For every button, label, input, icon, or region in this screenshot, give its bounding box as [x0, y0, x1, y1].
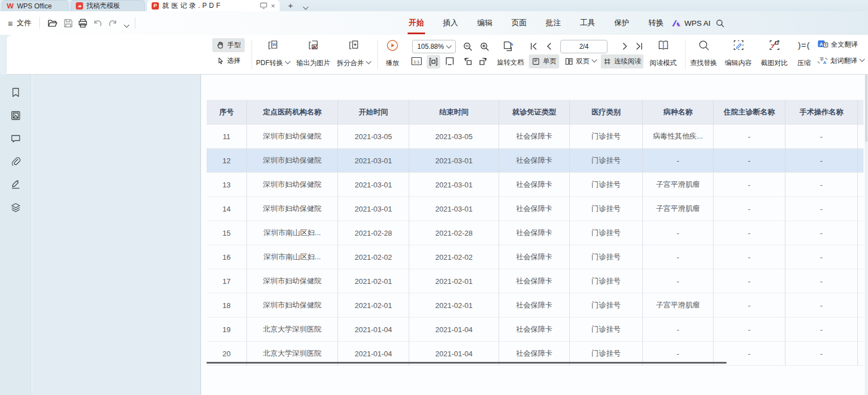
table-row[interactable]: 14深圳市妇幼保健院2021-03-012021-03-01社会保障卡门诊挂号子…: [207, 197, 864, 221]
new-tab-button[interactable]: +: [288, 1, 293, 10]
table-cell: -: [643, 269, 714, 293]
redo-icon[interactable]: [107, 18, 118, 29]
page-number-box[interactable]: 2/4: [560, 40, 607, 53]
rotate-pages-icon[interactable]: [502, 40, 515, 53]
table-cell: 15: [207, 221, 247, 245]
menu-item-7[interactable]: 转换: [647, 16, 665, 30]
divider: [377, 40, 378, 69]
menu-item-1[interactable]: 插入: [442, 16, 459, 30]
bookmarks-icon[interactable]: [10, 87, 21, 98]
zoom-out-icon[interactable]: [463, 42, 473, 52]
table-header-cell: 病种名称: [643, 100, 714, 124]
table-filler-cell: [858, 100, 864, 124]
menu-item-5[interactable]: 工具: [579, 16, 596, 30]
table-row[interactable]: 11深圳市妇幼保健院2021-03-052021-03-05社会保障卡门诊挂号病…: [207, 125, 864, 149]
first-page-icon[interactable]: [529, 42, 538, 51]
menu-item-4[interactable]: 批注: [545, 16, 562, 30]
continuous-read-button[interactable]: 连续阅读: [601, 54, 643, 68]
monitor-icon[interactable]: [260, 2, 267, 9]
menu-item-3[interactable]: 页面: [510, 16, 528, 30]
tab-wps-office[interactable]: W WPS Office: [2, 0, 68, 11]
table-cell: -: [785, 269, 858, 293]
undo-icon[interactable]: [93, 18, 103, 29]
zoom-in-icon[interactable]: [479, 42, 490, 52]
table-cell: 2021-02-28: [409, 221, 499, 245]
table-cell: 社会保障卡: [499, 173, 570, 196]
table-cell: 深圳市妇幼保健院: [247, 197, 338, 221]
menu-search-icon[interactable]: [715, 19, 725, 28]
edit-content-button[interactable]: 编辑内容: [722, 37, 755, 71]
hand-tool-button[interactable]: 手型: [212, 38, 245, 52]
tab-docer-template[interactable]: 找稿壳模板: [71, 0, 145, 11]
full-translate-button[interactable]: A 文 全文翻译: [817, 39, 858, 50]
table-row[interactable]: 18深圳市妇幼保健院2021-02-012021-02-01社会保障卡门诊挂号子…: [207, 293, 864, 318]
screenshot-compare-icon: [769, 39, 780, 51]
wps-ai-button[interactable]: WPS AI: [671, 11, 711, 35]
layers-icon[interactable]: [10, 202, 21, 213]
thumbnails-icon[interactable]: [10, 110, 21, 121]
rotate-doc-label[interactable]: 旋转文档: [493, 58, 528, 67]
table-cell: -: [714, 149, 785, 172]
last-page-icon[interactable]: [634, 42, 644, 51]
screenshot-compare-button[interactable]: 截图对比: [758, 37, 791, 71]
find-replace-button[interactable]: 查找替换: [687, 37, 720, 71]
menu-item-0[interactable]: 开始: [408, 16, 425, 30]
table-cell: -: [643, 245, 714, 269]
play-button[interactable]: 播放: [380, 37, 405, 71]
table-cell: -: [714, 318, 785, 341]
rotate-left-icon[interactable]: [463, 56, 473, 66]
table-cell: -: [785, 293, 858, 317]
svg-text:W: W: [272, 43, 276, 47]
table-cell: 11: [207, 125, 247, 148]
zoom-level-dropdown[interactable]: 105.88%: [412, 40, 456, 53]
table-cell: -: [785, 221, 858, 245]
hamburger-icon: ≡: [8, 19, 13, 28]
actual-size-icon[interactable]: 1:1: [411, 56, 422, 66]
table-filler-cell: [858, 149, 864, 172]
single-page-button[interactable]: 单页: [529, 54, 559, 68]
word-translate-icon: 字 A: [817, 56, 828, 65]
close-tab-icon[interactable]: ×: [271, 2, 275, 10]
tab-document-pdf[interactable]: P 就医记录.PDF ×: [147, 0, 280, 11]
save-icon[interactable]: [63, 18, 74, 29]
file-menu-button[interactable]: ≡ 文件: [8, 11, 31, 35]
table-row[interactable]: 15深圳市南山区妇...2021-02-282021-02-28社会保障卡门诊挂…: [207, 221, 864, 245]
table-header-cell: 开始时间: [338, 100, 409, 124]
compress-button[interactable]: )=( 压缩: [792, 37, 816, 71]
double-page-button[interactable]: 双页: [563, 54, 599, 68]
table-row[interactable]: 13深圳市妇幼保健院2021-03-012021-03-01社会保障卡门诊挂号子…: [207, 173, 864, 197]
signature-icon[interactable]: [10, 179, 21, 190]
table-filler-cell: [858, 197, 864, 221]
table-row[interactable]: 17深圳市妇幼保健院2021-02-012021-02-01社会保障卡门诊挂号-…: [207, 269, 864, 293]
table-row[interactable]: 19北京大学深圳医院2021-01-042021-01-04社会保障卡门诊挂号-…: [207, 318, 864, 342]
print-icon[interactable]: [77, 18, 88, 29]
open-file-icon[interactable]: [47, 18, 58, 29]
table-cell: 深圳市妇幼保健院: [247, 149, 338, 172]
menu-item-2[interactable]: 编辑: [476, 16, 494, 30]
previous-page-icon[interactable]: [545, 42, 554, 51]
split-merge-button[interactable]: 拆分合并: [332, 37, 375, 71]
pdf-convert-button[interactable]: W PDF转换: [252, 37, 294, 71]
fit-page-icon[interactable]: [445, 56, 455, 66]
pdf-file-icon: P: [152, 2, 159, 10]
divider: [685, 40, 686, 69]
attachments-icon[interactable]: [10, 156, 21, 167]
next-page-icon[interactable]: [620, 42, 629, 51]
table-row[interactable]: 12深圳市妇幼保健院2021-03-012021-03-01社会保障卡门诊挂号-…: [207, 149, 864, 173]
export-image-button[interactable]: 输出为图片: [292, 37, 335, 71]
table-cell: -: [714, 173, 785, 196]
table-cell: -: [643, 221, 714, 245]
table-cell: -: [714, 125, 785, 148]
rotate-right-icon[interactable]: [478, 56, 488, 66]
read-mode-button[interactable]: 阅读模式: [645, 37, 682, 71]
read-mode-icon: [657, 39, 670, 52]
word-translate-button[interactable]: 字 A 划词翻译: [817, 55, 864, 66]
comments-icon[interactable]: [10, 133, 21, 144]
quick-access-chevron-icon[interactable]: [122, 21, 129, 31]
table-row[interactable]: 16深圳市南山区妇...2021-02-022021-02-02社会保障卡门诊挂…: [207, 245, 864, 269]
menu-item-6[interactable]: 保护: [613, 16, 631, 30]
table-cell: -: [714, 197, 785, 221]
vertical-scrollbar-thumb[interactable]: [865, 75, 867, 142]
fit-width-button[interactable]: [427, 55, 440, 68]
select-tool-button[interactable]: 选择: [212, 54, 245, 68]
